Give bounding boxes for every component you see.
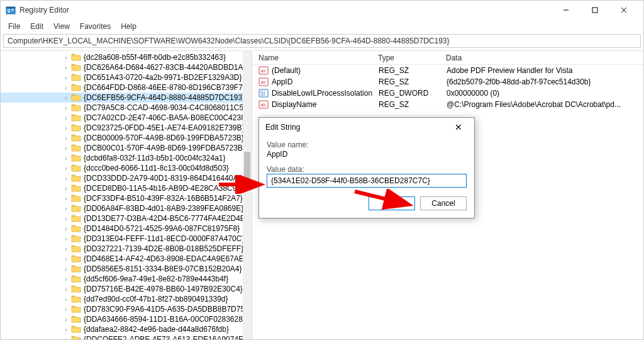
chevron-right-icon[interactable]: › xyxy=(62,286,70,293)
value-data: {6d2b5079-2f0b-48dd-ab7f-97cec514d30b} xyxy=(447,77,643,86)
chevron-right-icon[interactable]: › xyxy=(62,64,70,71)
chevron-right-icon[interactable]: › xyxy=(62,225,70,232)
svg-rect-4 xyxy=(11,9,14,11)
address-text: Computer\HKEY_LOCAL_MACHINE\SOFTWARE\WOW… xyxy=(8,37,450,45)
value-type: REG_SZ xyxy=(379,77,447,86)
tree-item[interactable]: ›{dd5cf606-9ea7-49e1-8e82-b789e4443b4f} xyxy=(1,274,252,284)
listview-row[interactable]: abAppIDREG_SZ{6d2b5079-2f0b-48dd-ab7f-97… xyxy=(252,76,643,88)
chevron-right-icon[interactable]: › xyxy=(62,54,70,61)
tree-item[interactable]: ›{DC651A43-0720-4a2b-9971-BD2EF1329A3D} xyxy=(1,72,252,82)
chevron-right-icon[interactable]: › xyxy=(62,215,70,222)
menu-view[interactable]: View xyxy=(48,21,75,32)
chevron-right-icon[interactable]: › xyxy=(62,326,70,333)
chevron-right-icon[interactable]: › xyxy=(62,94,70,101)
tree-item[interactable]: ›{DD468E14-AF42-4D63-8908-EDAC4A9E67AE} xyxy=(1,254,252,264)
tree-item[interactable]: ›{DD327221-7139-4D2E-8B0B-018B525DFEFF} xyxy=(1,244,252,254)
maximize-button[interactable] xyxy=(580,1,609,20)
chevron-right-icon[interactable]: › xyxy=(62,135,70,142)
chevron-right-icon[interactable]: › xyxy=(62,145,70,152)
tree-item[interactable]: ›{dccc0bed-6066-11d1-8c13-00c04fd8d503} xyxy=(1,163,252,173)
tree-item[interactable]: ›{DC79A5C8-CCAD-4698-9034-C4C8068011C5} xyxy=(1,103,252,113)
tree-item[interactable]: ›{DC923725-0FDD-45E1-AE74-EA09182E739B} xyxy=(1,123,252,133)
tree-item-label: {ddafaea2-8842-4e96-bade-d44a8d676fdb} xyxy=(84,325,229,334)
tree-item-label: {DC664FDD-D868-46EE-8780-8D196CB739F7} xyxy=(84,83,245,92)
chevron-right-icon[interactable]: › xyxy=(62,115,70,122)
chevron-right-icon[interactable]: › xyxy=(62,105,70,111)
tree-item[interactable]: ›{DDCOFFE2-ADBE-4E73-A613-EDE16A9074FA} xyxy=(1,334,252,339)
tree-item[interactable]: ›{DD75716E-B42E-4978-BB60-1497B92E30C4} xyxy=(1,284,252,294)
chevron-right-icon[interactable]: › xyxy=(62,205,70,212)
tree-item[interactable]: ›{DD783C90-F9A6-41D5-A635-DA5DBB8B7D75} xyxy=(1,304,252,314)
value-type: REG_SZ xyxy=(379,66,447,75)
tree-item-label: {DD5856E5-8151-3334-B8E9-07CB152B20A4} xyxy=(84,264,242,273)
chevron-right-icon[interactable]: › xyxy=(62,175,70,182)
dialog-close-button[interactable]: ✕ xyxy=(449,122,468,132)
tree-item[interactable]: ›{DCB00C01-570F-4A9B-8D69-199FDBA5723B} xyxy=(1,143,252,153)
menu-help[interactable]: Help xyxy=(116,21,142,32)
tree-item[interactable]: ›{ddafaea2-8842-4e96-bade-d44a8d676fdb} xyxy=(1,324,252,334)
value-data: 0x00000000 (0) xyxy=(447,89,643,98)
menu-edit[interactable]: Edit xyxy=(25,21,48,32)
chevron-right-icon[interactable]: › xyxy=(62,256,70,263)
tree-item[interactable]: ›{dcbd6fa8-032f-11d3-b5b1-00c04fc324a1} xyxy=(1,153,252,163)
scroll-thumb[interactable] xyxy=(244,152,250,190)
titlebar: Registry Editor xyxy=(1,1,643,20)
listview-row[interactable]: ab(Default)REG_SZAdobe PDF Preview Handl… xyxy=(252,65,643,76)
chevron-right-icon[interactable]: › xyxy=(62,155,70,162)
tree-item[interactable]: ›{DCED8DB0-11A5-4b16-AB9D-4E28CA38C99F} xyxy=(1,183,252,193)
tree-item[interactable]: ›{DD5856E5-8151-3334-B8E9-07CB152B20A4} xyxy=(1,264,252,274)
tree-item[interactable]: ›{DC7A02CD-2E47-406C-BA5A-B08EC00C4238} xyxy=(1,113,252,123)
cancel-button[interactable]: Cancel xyxy=(420,196,467,210)
chevron-right-icon[interactable]: › xyxy=(62,84,70,91)
chevron-right-icon[interactable]: › xyxy=(62,266,70,273)
listview-row[interactable]: 011110DisableLowILProcessIsolationREG_DW… xyxy=(252,88,643,99)
tree-item[interactable]: ›{DCB00009-570F-4A9B-8D69-199FDBA5723B} xyxy=(1,133,252,143)
listview-row[interactable]: abDisplayNameREG_SZ@C:\Program Files\Ado… xyxy=(252,99,643,110)
tree-item[interactable]: ›{DCF33DF4-B510-439F-832A-16B6B514F2A7} xyxy=(1,193,252,203)
tree-item[interactable]: ›{DD06A84F-83BD-4d01-8AB9-2389FEA0869E} xyxy=(1,203,252,213)
value-data: @C:\Program Files\Adobe\Acrobat DC\Acrob… xyxy=(447,100,643,109)
chevron-right-icon[interactable]: › xyxy=(62,235,70,242)
tree-item-label: {DD783C90-F9A6-41D5-A635-DA5DBB8B7D75} xyxy=(84,305,247,314)
svg-text:ab: ab xyxy=(261,80,266,84)
ok-button[interactable]: OK xyxy=(369,196,415,210)
tree-item[interactable]: ›{DC6EFB56-9CFA-464D-8880-44885D7DC193} xyxy=(1,93,252,103)
chevron-right-icon[interactable]: › xyxy=(62,306,70,313)
column-name[interactable]: Name xyxy=(252,54,378,62)
tree-item[interactable]: ›{DC664FDD-D868-46EE-8780-8D196CB739F7} xyxy=(1,82,252,93)
svg-text:ab: ab xyxy=(261,69,266,73)
tree-item[interactable]: ›{DCD33DDD-2A79-40D1-8319-864D416440AA} xyxy=(1,173,252,183)
chevron-right-icon[interactable]: › xyxy=(62,296,70,303)
listview-header: Name Type Data xyxy=(252,51,643,65)
chevron-right-icon[interactable]: › xyxy=(62,125,70,132)
tree-item[interactable]: ›{DD13DE77-D3BA-42D4-B5C6-7774FA4E2D4B} xyxy=(1,213,252,224)
chevron-right-icon[interactable]: › xyxy=(62,336,70,340)
value-data-label: Value data: xyxy=(267,165,467,174)
tree-item-label: {DD75716E-B42E-4978-BB60-1497B92E30C4} xyxy=(84,285,243,293)
tree-item[interactable]: ›{DDA634666-8594-11D1-B16A-00C0F0283628} xyxy=(1,314,252,324)
tree-item[interactable]: ›{DD1484D0-5721-4525-99A6-087FC81975F8} xyxy=(1,224,252,234)
chevron-right-icon[interactable]: › xyxy=(62,195,70,202)
chevron-right-icon[interactable]: › xyxy=(62,74,70,81)
tree-item-label: {DD468E14-AF42-4D63-8908-EDAC4A9E67AE} xyxy=(84,254,247,263)
menu-file[interactable]: File xyxy=(3,21,25,32)
chevron-right-icon[interactable]: › xyxy=(62,276,70,283)
tree-item[interactable]: ›{DD313E04-FEFF-11d1-8ECD-0000F87A470C} xyxy=(1,234,252,244)
minimize-button[interactable] xyxy=(552,1,580,20)
tree-item[interactable]: ›{dd7ed90d-cc0f-47b1-8f27-bb890491339d} xyxy=(1,294,252,304)
column-type[interactable]: Type xyxy=(378,54,446,62)
chevron-right-icon[interactable]: › xyxy=(62,185,70,192)
tree-scrollbar[interactable] xyxy=(243,51,252,339)
value-data-input[interactable] xyxy=(267,174,467,188)
value-type: REG_DWORD xyxy=(379,89,447,98)
column-data[interactable]: Data xyxy=(446,54,643,62)
chevron-right-icon[interactable]: › xyxy=(62,316,70,323)
value-data: Adobe PDF Preview Handler for Vista xyxy=(447,66,643,75)
tree-item[interactable]: ›{DC626A64-D684-4627-83CB-44420ABDBD1A} xyxy=(1,62,252,72)
chevron-right-icon[interactable]: › xyxy=(62,246,70,252)
tree-item[interactable]: ›{dc28a608-b55f-46ff-b0db-e2c85b332463} xyxy=(1,52,252,62)
address-bar[interactable]: Computer\HKEY_LOCAL_MACHINE\SOFTWARE\WOW… xyxy=(3,34,641,48)
menu-favorites[interactable]: Favorites xyxy=(75,21,116,32)
chevron-right-icon[interactable]: › xyxy=(62,165,70,172)
close-button[interactable] xyxy=(609,1,638,20)
